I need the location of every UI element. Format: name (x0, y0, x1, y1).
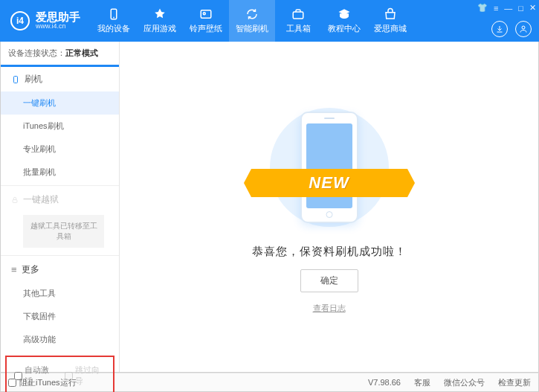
footer-link-wechat[interactable]: 微信公众号 (444, 377, 485, 388)
maximize-icon[interactable]: □ (518, 4, 523, 13)
sidebar-item-download-firmware[interactable]: 下载固件 (1, 305, 119, 328)
close-icon[interactable]: ✕ (529, 3, 536, 13)
window-controls: 👕 ≡ — □ ✕ (477, 3, 536, 13)
app-subtitle: www.i4.cn (36, 23, 80, 30)
sidebar: 设备连接状态：正常模式 刷机 一键刷机 iTunes刷机 专业刷机 批量刷机 一… (1, 42, 120, 372)
refresh-icon (245, 7, 259, 21)
top-nav: 我的设备 应用游戏 铃声壁纸 智能刷机 工具箱 教程中心 爱思商城 (91, 0, 413, 42)
nav-ringtone-wallpaper[interactable]: 铃声壁纸 (183, 0, 229, 42)
nav-store[interactable]: 爱思商城 (367, 0, 413, 42)
nav-tutorials[interactable]: 教程中心 (321, 0, 367, 42)
sidebar-item-advanced[interactable]: 高级功能 (1, 328, 119, 351)
success-message: 恭喜您，保资料刷机成功啦！ (252, 245, 407, 259)
apps-icon (153, 7, 167, 21)
store-icon (384, 7, 397, 21)
lock-icon (11, 196, 19, 204)
sidebar-item-itunes-flash[interactable]: iTunes刷机 (1, 115, 119, 138)
image-icon (199, 7, 213, 21)
sidebar-head-flash[interactable]: 刷机 (1, 65, 119, 91)
graduation-icon (338, 7, 351, 21)
svg-rect-6 (14, 76, 18, 83)
phone-icon (11, 75, 20, 84)
more-icon: ≡ (11, 264, 17, 275)
nav-smart-flash[interactable]: 智能刷机 (229, 0, 275, 42)
nav-my-device[interactable]: 我的设备 (91, 0, 137, 42)
sidebar-head-more[interactable]: ≡ 更多 (1, 257, 119, 282)
titlebar: i4 爱思助手 www.i4.cn 我的设备 应用游戏 铃声壁纸 智能刷机 工具… (0, 0, 539, 42)
user-button[interactable] (515, 21, 532, 37)
new-ribbon: NEW (251, 169, 407, 197)
block-itunes-option[interactable]: 阻止iTunes运行 (8, 377, 77, 388)
view-log-link[interactable]: 查看日志 (313, 303, 346, 314)
svg-rect-4 (293, 12, 303, 19)
sidebar-item-batch-flash[interactable]: 批量刷机 (1, 161, 119, 184)
toolbox-icon (291, 7, 305, 21)
nav-toolbox[interactable]: 工具箱 (275, 0, 321, 42)
jailbreak-note: 越狱工具已转移至工具箱 (23, 215, 104, 248)
footer-link-update[interactable]: 检查更新 (498, 377, 531, 388)
device-icon (107, 7, 120, 21)
skin-icon[interactable]: 👕 (477, 3, 488, 13)
ok-button[interactable]: 确定 (300, 269, 358, 292)
main-content: NEW 恭喜您，保资料刷机成功啦！ 确定 查看日志 (120, 42, 538, 372)
minimize-icon[interactable]: — (504, 4, 512, 13)
menu-icon[interactable]: ≡ (494, 4, 498, 13)
download-button[interactable] (491, 21, 508, 37)
app-logo: i4 爱思助手 www.i4.cn (0, 11, 91, 30)
svg-point-3 (203, 13, 205, 15)
connection-status: 设备连接状态：正常模式 (1, 42, 119, 65)
sidebar-item-other-tools[interactable]: 其他工具 (1, 282, 119, 305)
block-itunes-checkbox[interactable] (8, 379, 16, 387)
sidebar-item-oneclick-flash[interactable]: 一键刷机 (1, 91, 119, 115)
app-title: 爱思助手 (36, 11, 80, 24)
nav-apps-games[interactable]: 应用游戏 (137, 0, 183, 42)
sidebar-item-pro-flash[interactable]: 专业刷机 (1, 138, 119, 161)
svg-rect-7 (13, 199, 17, 202)
version-label: V7.98.66 (368, 378, 401, 387)
footer-link-support[interactable]: 客服 (414, 377, 430, 388)
logo-icon: i4 (10, 11, 30, 30)
svg-rect-2 (201, 10, 211, 19)
success-illustration: NEW (274, 100, 385, 234)
svg-point-5 (522, 26, 525, 29)
sidebar-head-jailbreak: 一键越狱 (1, 187, 119, 212)
